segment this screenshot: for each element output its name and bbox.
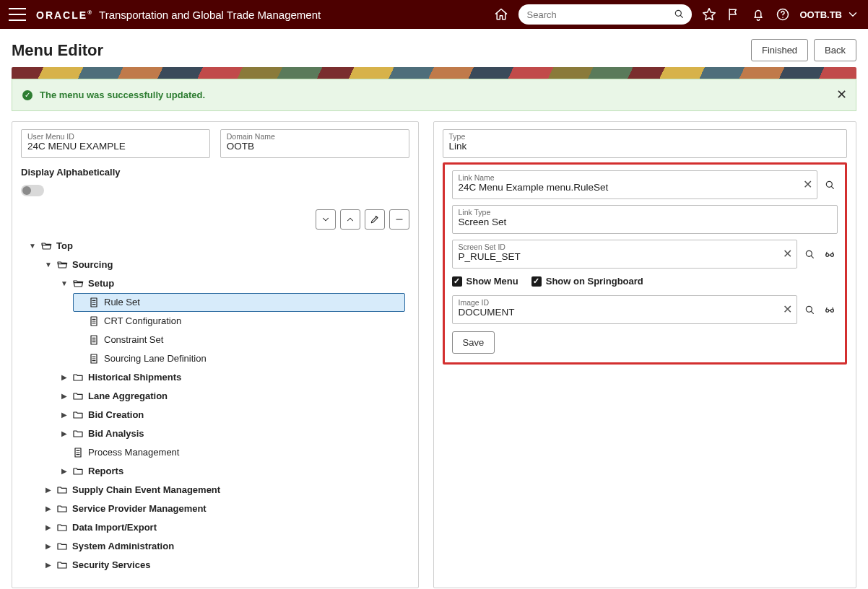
folder-icon bbox=[72, 372, 84, 383]
tree-node-rule-set[interactable]: ▶ Rule Set bbox=[73, 293, 405, 312]
field-label: Link Type bbox=[459, 208, 491, 217]
field-label: Screen Set ID bbox=[459, 243, 505, 251]
decorative-stripe bbox=[12, 67, 856, 79]
tree-node-data-import-export[interactable]: ▶ Data Import/Export bbox=[41, 518, 405, 537]
close-icon[interactable]: ✕ bbox=[836, 87, 847, 102]
move-up-button[interactable] bbox=[340, 209, 360, 230]
tree-node-preferences[interactable]: ▶ Preferences bbox=[41, 575, 405, 576]
move-down-button[interactable] bbox=[316, 209, 336, 230]
field-value: OOTB bbox=[227, 141, 387, 152]
caret-right-icon: ▶ bbox=[61, 429, 68, 438]
flag-icon[interactable] bbox=[726, 7, 741, 22]
tree-node-bid-analysis[interactable]: ▶ Bid Analysis bbox=[57, 424, 405, 443]
right-panel: Type Link Link Name ✕ Link Type Screen S… bbox=[433, 121, 856, 588]
tree-node-reports[interactable]: ▶ Reports bbox=[57, 462, 405, 481]
menu-toggle-icon[interactable] bbox=[9, 8, 26, 21]
tree-node-process-management[interactable]: ▶ Process Management bbox=[57, 443, 405, 462]
caret-down-icon: ▼ bbox=[29, 242, 36, 250]
display-alpha-label: Display Alphabetically bbox=[21, 167, 409, 178]
edit-button[interactable] bbox=[365, 209, 385, 230]
folder-icon bbox=[56, 503, 68, 515]
favorites-icon[interactable] bbox=[702, 7, 716, 22]
tree-node-historical-shipments[interactable]: ▶ Historical Shipments bbox=[57, 368, 405, 387]
search-icon[interactable] bbox=[802, 240, 817, 269]
image-id-field[interactable]: Image ID ✕ bbox=[452, 295, 797, 324]
checkbox-checked-icon: ✓ bbox=[531, 276, 542, 287]
field-label: Domain Name bbox=[227, 132, 275, 141]
clear-icon[interactable]: ✕ bbox=[783, 304, 792, 315]
caret-right-icon: ▶ bbox=[45, 523, 52, 532]
success-icon: ✓ bbox=[22, 90, 32, 100]
caret-right-icon: ▶ bbox=[45, 486, 52, 494]
home-icon[interactable] bbox=[494, 7, 508, 22]
menu-tree: ▼ Top ▼ Sourcing bbox=[21, 237, 409, 576]
back-button[interactable]: Back bbox=[814, 39, 856, 61]
user-label: OOTB.TB bbox=[800, 9, 843, 20]
view-icon[interactable] bbox=[822, 295, 838, 324]
tree-node-sourcing-lane-definition[interactable]: ▶ Sourcing Lane Definition bbox=[73, 349, 405, 368]
search-icon[interactable] bbox=[802, 295, 817, 324]
tree-node-security-services[interactable]: ▶ Security Services bbox=[41, 556, 405, 575]
folder-icon bbox=[72, 409, 84, 421]
link-type-field: Link Type Screen Set bbox=[452, 205, 838, 234]
field-label: User Menu ID bbox=[27, 132, 74, 141]
tree-node-setup[interactable]: ▼ Setup bbox=[57, 274, 405, 293]
tree-node-constraint-set[interactable]: ▶ Constraint Set bbox=[73, 331, 405, 349]
doc-icon bbox=[72, 447, 84, 458]
caret-down-icon: ▼ bbox=[61, 279, 68, 288]
search-icon[interactable] bbox=[822, 170, 838, 199]
folder-icon bbox=[72, 466, 84, 477]
folder-icon bbox=[56, 522, 68, 533]
alert-message: The menu was successfully updated. bbox=[40, 90, 205, 100]
folder-open-icon bbox=[40, 240, 52, 252]
remove-button[interactable] bbox=[389, 209, 409, 230]
image-id-input[interactable] bbox=[459, 307, 775, 318]
field-value: 24C MENU EXAMPLE bbox=[27, 141, 188, 152]
folder-icon bbox=[56, 541, 68, 552]
chevron-down-icon bbox=[846, 8, 859, 21]
display-alpha-toggle[interactable] bbox=[21, 185, 44, 196]
field-value: Link bbox=[449, 141, 825, 152]
checkbox-checked-icon: ✓ bbox=[452, 276, 462, 287]
left-panel: User Menu ID 24C MENU EXAMPLE Domain Nam… bbox=[12, 121, 419, 588]
finished-button[interactable]: Finished bbox=[751, 39, 808, 61]
caret-right-icon: ▶ bbox=[61, 467, 68, 476]
tree-node-supply-chain[interactable]: ▶ Supply Chain Event Management bbox=[41, 481, 405, 499]
tree-node-system-admin[interactable]: ▶ System Administration bbox=[41, 537, 405, 556]
tree-node-service-provider[interactable]: ▶ Service Provider Management bbox=[41, 499, 405, 518]
brand-logo: ORACLE® bbox=[36, 9, 92, 21]
caret-right-icon: ▶ bbox=[61, 411, 68, 419]
tree-node-sourcing[interactable]: ▼ Sourcing bbox=[41, 256, 405, 274]
folder-icon bbox=[72, 391, 84, 402]
brand: ORACLE® Transportation and Global Trade … bbox=[36, 9, 321, 21]
screen-set-id-field[interactable]: Screen Set ID ✕ bbox=[452, 240, 797, 269]
page-title: Menu Editor bbox=[12, 41, 103, 60]
screen-set-id-input[interactable] bbox=[459, 251, 775, 262]
show-menu-checkbox[interactable]: ✓ Show Menu bbox=[452, 276, 518, 287]
type-field: Type Link bbox=[443, 129, 847, 158]
view-icon[interactable] bbox=[822, 240, 838, 269]
notifications-icon[interactable] bbox=[751, 7, 765, 22]
tree-node-lane-aggregation[interactable]: ▶ Lane Aggregation bbox=[57, 387, 405, 406]
clear-icon[interactable]: ✕ bbox=[803, 179, 812, 191]
folder-icon bbox=[56, 559, 68, 571]
tree-node-bid-creation[interactable]: ▶ Bid Creation bbox=[57, 406, 405, 424]
search-input[interactable] bbox=[526, 9, 667, 21]
search-icon[interactable] bbox=[673, 8, 685, 22]
link-name-field[interactable]: Link Name ✕ bbox=[452, 170, 817, 199]
success-alert: ✓ The menu was successfully updated. ✕ bbox=[12, 79, 856, 111]
caret-right-icon: ▶ bbox=[61, 392, 68, 401]
clear-icon[interactable]: ✕ bbox=[783, 248, 792, 260]
tree-node-top[interactable]: ▼ Top bbox=[25, 237, 405, 256]
user-menu[interactable]: OOTB.TB bbox=[800, 8, 860, 21]
tree-node-crt-configuration[interactable]: ▶ CRT Configuration bbox=[73, 312, 405, 331]
doc-icon bbox=[88, 334, 100, 346]
caret-right-icon: ▶ bbox=[45, 505, 52, 513]
field-label: Type bbox=[449, 132, 466, 141]
help-icon[interactable] bbox=[776, 7, 790, 22]
global-search[interactable] bbox=[518, 4, 692, 25]
caret-right-icon: ▶ bbox=[45, 542, 52, 551]
save-button[interactable]: Save bbox=[452, 331, 495, 354]
link-name-input[interactable] bbox=[459, 182, 795, 193]
show-springboard-checkbox[interactable]: ✓ Show on Springboard bbox=[531, 276, 643, 287]
